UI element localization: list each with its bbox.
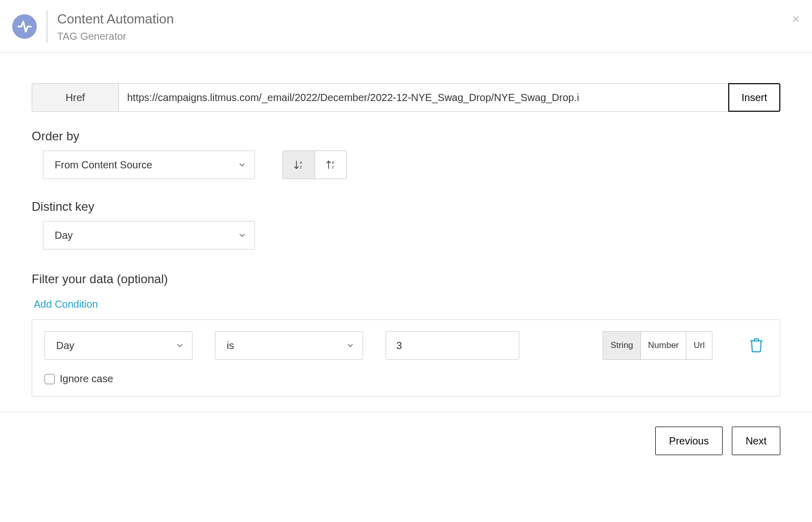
close-icon[interactable]: ×	[792, 12, 800, 26]
next-button[interactable]: Next	[732, 427, 780, 455]
type-string-button[interactable]: String	[603, 332, 640, 359]
distinct-key-section: Distinct key Day	[32, 200, 780, 250]
type-number-button[interactable]: Number	[640, 332, 686, 359]
sort-desc-button[interactable]: AZ	[283, 151, 315, 179]
tag-generator-modal: Content Automation TAG Generator × Href …	[0, 0, 812, 522]
order-by-section: Order by From Content Source AZ AZ	[32, 129, 780, 179]
sort-asc-button[interactable]: AZ	[315, 151, 346, 179]
condition-row: Day is String Number Url	[44, 331, 768, 360]
condition-operator-select[interactable]: is	[215, 331, 363, 360]
svg-text:Z: Z	[300, 165, 302, 169]
condition-type-toggle: String Number Url	[603, 331, 712, 360]
header-titles: Content Automation TAG Generator	[57, 11, 174, 43]
ignore-case-checkbox[interactable]	[44, 374, 55, 384]
ignore-case-label: Ignore case	[60, 373, 113, 385]
order-by-row: From Content Source AZ AZ	[32, 151, 780, 179]
modal-body: Href Insert Order by From Content Source…	[0, 53, 812, 412]
svg-text:A: A	[300, 160, 302, 165]
filter-label: Filter your data (optional)	[32, 272, 780, 286]
order-by-label: Order by	[32, 129, 780, 143]
href-input[interactable]	[118, 83, 728, 112]
distinct-key-select[interactable]: Day	[43, 221, 255, 250]
type-url-button[interactable]: Url	[686, 332, 712, 359]
insert-button[interactable]: Insert	[728, 83, 780, 112]
filter-section: Filter your data (optional) Add Conditio…	[32, 272, 780, 396]
previous-button[interactable]: Previous	[655, 427, 723, 455]
modal-subtitle: TAG Generator	[57, 31, 174, 42]
delete-condition-button[interactable]	[745, 337, 768, 355]
header-divider	[46, 10, 48, 43]
href-label: Href	[32, 83, 118, 112]
sort-direction-toggle: AZ AZ	[282, 151, 347, 179]
distinct-key-label: Distinct key	[32, 200, 780, 214]
modal-header: Content Automation TAG Generator ×	[0, 0, 812, 53]
href-row: Href Insert	[32, 83, 780, 112]
modal-footer: Previous Next	[0, 412, 812, 470]
activity-icon	[12, 14, 37, 39]
svg-text:Z: Z	[331, 165, 334, 169]
svg-text:A: A	[331, 160, 334, 165]
ignore-case-row: Ignore case	[44, 373, 768, 385]
condition-field-select[interactable]: Day	[44, 331, 193, 360]
add-condition-link[interactable]: Add Condition	[34, 299, 98, 310]
sort-asc-icon: AZ	[325, 159, 337, 170]
condition-value-input[interactable]	[386, 331, 519, 360]
sort-desc-icon: AZ	[293, 159, 304, 170]
order-by-select[interactable]: From Content Source	[43, 151, 255, 179]
trash-icon	[748, 337, 765, 353]
condition-box: Day is String Number Url	[32, 319, 780, 396]
modal-title: Content Automation	[57, 11, 174, 28]
